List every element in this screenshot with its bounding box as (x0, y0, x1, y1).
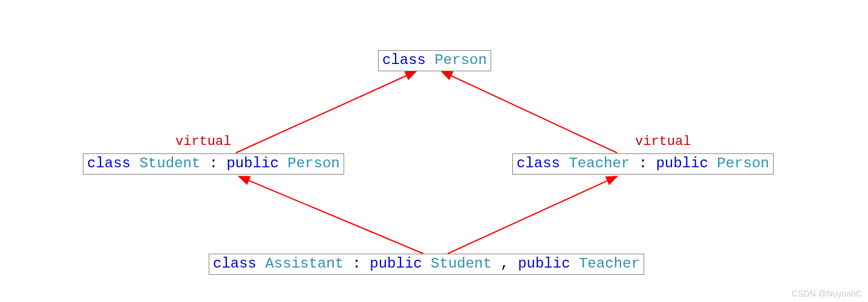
svg-line-4 (448, 176, 617, 254)
typename-assistant: Assistant (265, 255, 344, 272)
inheritance-separator: : (639, 155, 656, 172)
typename-teacher: Teacher (569, 155, 630, 172)
typename-teacher: Teacher (579, 255, 640, 272)
svg-line-2 (442, 71, 617, 153)
inheritance-separator: : (352, 255, 370, 272)
keyword-public: public (370, 255, 422, 272)
assistant-class-box: class Assistant : public Student , publi… (209, 254, 644, 275)
svg-line-3 (239, 176, 423, 254)
svg-line-1 (236, 71, 416, 153)
typename-student: Student (431, 255, 492, 272)
typename-person: Person (717, 155, 769, 172)
typename-person: Person (434, 52, 486, 68)
keyword-class: class (87, 155, 131, 172)
teacher-class-box: class Teacher : public Person (512, 153, 774, 175)
person-class-box: class Person (378, 50, 491, 71)
keyword-public: public (656, 155, 708, 172)
student-class-box: class Student : public Person (83, 153, 344, 175)
comma-separator: , (500, 255, 518, 272)
keyword-class: class (517, 155, 560, 172)
typename-student: Student (139, 155, 200, 172)
virtual-label-right: virtual (635, 134, 691, 149)
virtual-label-left: virtual (175, 134, 231, 149)
keyword-public: public (226, 155, 278, 172)
watermark-text: CSDN @NuyoahC (792, 289, 862, 298)
keyword-public: public (518, 255, 570, 272)
typename-person: Person (287, 155, 339, 172)
inheritance-separator: : (209, 155, 227, 172)
keyword-class: class (382, 52, 426, 68)
keyword-class: class (213, 255, 256, 272)
